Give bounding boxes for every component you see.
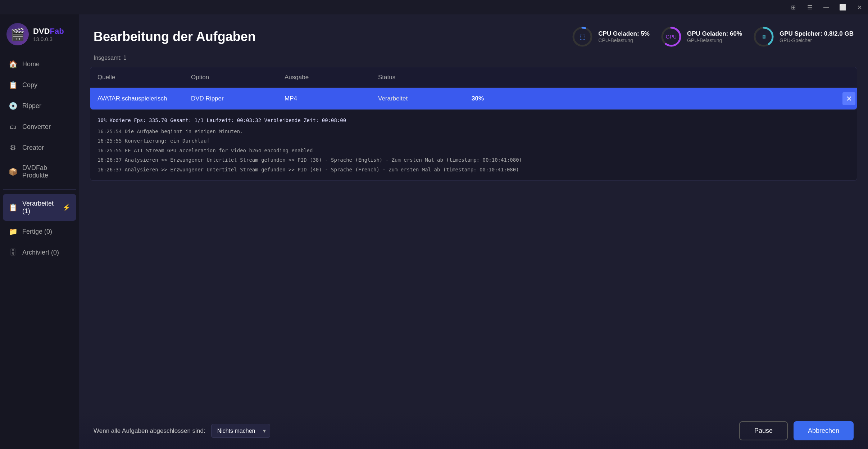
footer: Wenn alle Aufgaben abgeschlossen sind: N… — [79, 413, 868, 449]
sidebar-item-creator-label: Creator — [22, 144, 44, 152]
sidebar-item-archiviert-label: Archiviert (0) — [22, 249, 59, 256]
task-table: Quelle Option Ausgabe Status AVATAR.scha… — [90, 67, 857, 110]
app-logo: 🎬 DVDFab 13.0.0.3 — [0, 18, 79, 54]
gpu-info: GPU Geladen: 60% GPU-Belastung — [687, 30, 742, 43]
log-progress-line: 30% Kodiere Fps: 335.70 Gesamt: 1/1 Lauf… — [97, 116, 850, 125]
dvdfab-produkte-icon: 📦 — [9, 167, 17, 176]
gpu-label: GPU Geladen: 60% — [687, 30, 742, 37]
lightning-icon: ⚡ — [63, 203, 71, 211]
page-title: Bearbeitung der Aufgaben — [94, 29, 256, 44]
log-line-0: 16:25:54 Die Aufgabe beginnt in einigen … — [97, 127, 850, 136]
sidebar-item-dvdfab-produkte-label: DVDFab Produkte — [22, 164, 71, 179]
sidebar-item-verarbeitet[interactable]: 📋 Verarbeitet (1) ⚡ — [3, 194, 76, 221]
cell-progress: 30% — [464, 89, 839, 109]
cell-option: DVD Ripper — [184, 89, 277, 109]
log-area: 30% Kodiere Fps: 335.70 Gesamt: 1/1 Lauf… — [90, 110, 857, 181]
sidebar-item-ripper-label: Ripper — [22, 102, 41, 110]
widget-button[interactable]: ⊞ — [788, 2, 798, 12]
app-body: 🎬 DVDFab 13.0.0.3 🏠 Home 📋 Copy — [0, 14, 868, 449]
sidebar-item-converter[interactable]: 🗂 Converter — [3, 117, 76, 137]
sidebar-item-fertige-label: Fertige (0) — [22, 228, 52, 235]
sidebar-nav: 🏠 Home 📋 Copy 💿 Ripper 🗂 Converter ⚙ — [0, 54, 79, 262]
header-status: Status — [371, 67, 464, 87]
header-progress — [464, 67, 839, 87]
header-output: Ausgabe — [277, 67, 371, 87]
cell-output: MP4 — [277, 89, 371, 109]
task-count: Insgesamt: 1 — [94, 55, 127, 61]
main-header: Bearbeitung der Aufgaben ⬚ CPU Geladen — [79, 14, 868, 55]
log-line-1: 16:25:55 Konvertierung: ein Durchlauf — [97, 136, 850, 146]
cell-status: Verarbeitet — [371, 89, 464, 109]
gpu-mem-icon: 🖥 — [762, 34, 766, 40]
log-line-4: 16:26:37 Analysieren >> Erzwungener Unte… — [97, 165, 850, 175]
cpu-sublabel: CPU-Belastung — [598, 37, 650, 43]
archiviert-icon: 🗄 — [9, 248, 17, 257]
cell-close: ✕ — [839, 88, 857, 109]
sidebar-item-ripper[interactable]: 💿 Ripper — [3, 96, 76, 116]
gpu-sublabel: GPU-Belastung — [687, 37, 742, 43]
logo-avatar: 🎬 — [6, 23, 29, 45]
verarbeitet-icon: 📋 — [9, 203, 17, 212]
sidebar-item-creator[interactable]: ⚙ Creator — [3, 138, 76, 158]
table-header: Quelle Option Ausgabe Status — [90, 67, 857, 88]
action-select[interactable]: Nichts machen — [211, 424, 270, 438]
gpu-mem-label: GPU Speicher: 0.8/2.0 GB — [780, 30, 854, 37]
header-actions — [839, 67, 857, 87]
main-content: Bearbeitung der Aufgaben ⬚ CPU Geladen — [79, 14, 868, 449]
logo-text: DVDFab 13.0.0.3 — [33, 27, 64, 42]
creator-icon: ⚙ — [9, 143, 17, 152]
minimize-button[interactable]: — — [821, 2, 831, 12]
close-button[interactable]: ✕ — [854, 2, 864, 12]
gpu-stat: GPU GPU Geladen: 60% GPU-Belastung — [660, 26, 742, 48]
log-line-2: 16:25:55 FF ATI Stream GPU acceleration … — [97, 146, 850, 156]
cpu-icon: ⬚ — [580, 33, 586, 41]
footer-buttons: Pause Abbrechen — [739, 421, 854, 440]
maximize-button[interactable]: ⬜ — [838, 2, 848, 12]
gpu-mem-stat: 🖥 GPU Speicher: 0.8/2.0 GB GPU-Speicher — [753, 26, 854, 48]
cancel-button[interactable]: Abbrechen — [794, 421, 854, 440]
gpu-mem-sublabel: GPU-Speicher — [780, 37, 854, 43]
home-icon: 🏠 — [9, 60, 17, 68]
cell-source: AVATAR.schauspielerisch — [90, 89, 184, 109]
cpu-label: CPU Geladen: 5% — [598, 30, 650, 37]
stats-row: ⬚ CPU Geladen: 5% CPU-Belastung — [572, 26, 854, 48]
menu-button[interactable]: ☰ — [805, 2, 815, 12]
gpu-circle: GPU — [660, 26, 682, 48]
sidebar-item-copy-label: Copy — [22, 81, 37, 89]
sidebar-divider — [3, 189, 76, 190]
log-line-3: 16:26:37 Analysieren >> Erzwungener Unte… — [97, 155, 850, 165]
sidebar-item-converter-label: Converter — [22, 123, 51, 131]
title-bar-buttons: ⊞ ☰ — ⬜ ✕ — [788, 2, 864, 12]
table-row: AVATAR.schauspielerisch DVD Ripper MP4 V… — [90, 88, 857, 109]
header-option: Option — [184, 67, 277, 87]
title-bar: ⊞ ☰ — ⬜ ✕ — [0, 0, 868, 14]
gpu-mem-info: GPU Speicher: 0.8/2.0 GB GPU-Speicher — [780, 30, 854, 43]
converter-icon: 🗂 — [9, 122, 17, 131]
ripper-icon: 💿 — [9, 102, 17, 110]
cpu-info: CPU Geladen: 5% CPU-Belastung — [598, 30, 650, 43]
pause-button[interactable]: Pause — [739, 421, 788, 440]
sidebar-item-copy[interactable]: 📋 Copy — [3, 75, 76, 95]
sidebar-item-fertige[interactable]: 📁 Fertige (0) — [3, 221, 76, 242]
select-wrapper: Nichts machen — [211, 424, 270, 438]
sidebar: 🎬 DVDFab 13.0.0.3 🏠 Home 📋 Copy — [0, 14, 79, 449]
copy-icon: 📋 — [9, 81, 17, 89]
app-version: 13.0.0.3 — [33, 36, 64, 42]
gpu-icon: GPU — [666, 34, 677, 40]
sidebar-item-dvdfab-produkte[interactable]: 📦 DVDFab Produkte — [3, 158, 76, 185]
app-name: DVDFab — [33, 27, 64, 36]
cpu-stat: ⬚ CPU Geladen: 5% CPU-Belastung — [572, 26, 650, 48]
header-source: Quelle — [90, 67, 184, 87]
footer-left: Wenn alle Aufgaben abgeschlossen sind: N… — [94, 424, 270, 438]
sidebar-item-verarbeitet-label: Verarbeitet (1) — [22, 200, 58, 215]
footer-label: Wenn alle Aufgaben abgeschlossen sind: — [94, 427, 205, 435]
sidebar-item-home-label: Home — [22, 60, 40, 68]
fertige-icon: 📁 — [9, 227, 17, 236]
gpu-mem-circle: 🖥 — [753, 26, 774, 48]
app-window: ⊞ ☰ — ⬜ ✕ 🎬 DVDFab 13.0.0.3 — [0, 0, 868, 449]
sidebar-item-archiviert[interactable]: 🗄 Archiviert (0) — [3, 242, 76, 262]
task-info: Insgesamt: 1 — [79, 55, 868, 67]
close-row-button[interactable]: ✕ — [842, 92, 855, 105]
cpu-circle: ⬚ — [572, 26, 593, 48]
sidebar-item-home[interactable]: 🏠 Home — [3, 54, 76, 74]
